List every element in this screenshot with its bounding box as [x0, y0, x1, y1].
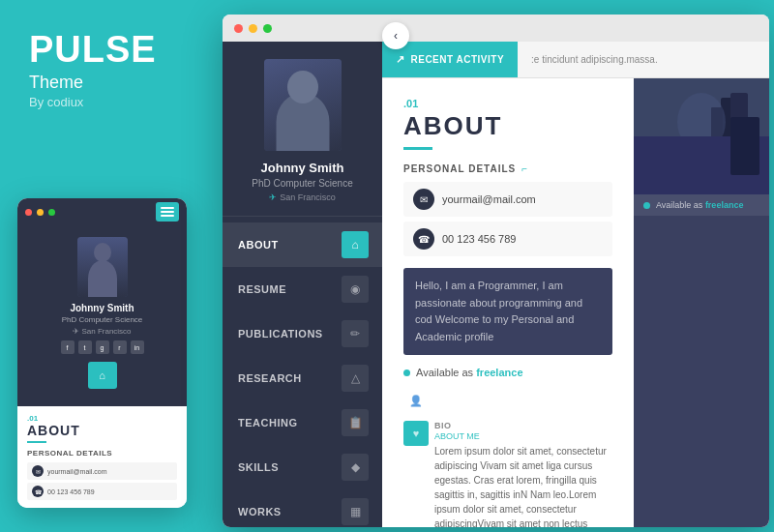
mobile-avatar-img — [77, 237, 128, 297]
mobile-home-btn[interactable]: ⌂ — [88, 362, 117, 389]
avatar-image — [264, 59, 342, 151]
nav-label-research: RESEARCH — [238, 372, 302, 384]
email-icon: ✉ — [413, 189, 434, 210]
sidebar: Johnny Smith PhD Computer Science ✈ San … — [223, 42, 382, 527]
content-area: .01 ABOUT PERSONAL DETAILS ⌐ ✉ yourmail@… — [382, 78, 769, 527]
branding: PULSE Theme By codiux — [29, 29, 157, 109]
freelance-green-dot — [643, 202, 650, 209]
nav-icon-teaching: 📋 — [342, 409, 369, 436]
mobile-email-icon: ✉ — [32, 465, 44, 477]
mobile-profile-name: Johnny Smith — [70, 303, 134, 313]
mobile-email-row: ✉ yourmail@mail.com — [27, 462, 177, 480]
sidebar-nav: ABOUT ⌂ RESUME ◉ PUBLICATIONS ✏ RESEARCH… — [223, 217, 382, 527]
mobile-mockup: Johnny Smith PhD Computer Science ✈ San … — [17, 198, 187, 508]
mobile-section-num: .01 — [27, 414, 177, 423]
desk-illustration — [634, 78, 769, 194]
personal-details-label: PERSONAL DETAILS ⌐ — [403, 163, 612, 174]
recent-activity-label: RECENT ACTIVITY — [411, 54, 505, 65]
content-main-panel: .01 ABOUT PERSONAL DETAILS ⌐ ✉ yourmail@… — [382, 78, 634, 527]
desktop-dot-red — [234, 24, 243, 33]
sidebar-profile: Johnny Smith PhD Computer Science ✈ San … — [223, 42, 382, 217]
sidebar-avatar — [264, 59, 342, 151]
bio-section: 👤 ♥ BIO ABOUT ME Lorem ipsum dolor sit a… — [403, 388, 612, 527]
bio-teal-icon1: ♥ — [403, 421, 429, 446]
svg-point-5 — [677, 93, 726, 151]
mobile-profile-title: PhD Computer Science — [62, 315, 143, 324]
nav-icon-skills: ◆ — [342, 454, 369, 481]
mobile-dot-yellow — [37, 209, 44, 216]
freelance-value: freelance — [476, 367, 522, 378]
phone-value: 00 123 456 789 — [442, 233, 516, 245]
mobile-social-links: f t g r in — [61, 340, 144, 354]
nav-label-resume: RESUME — [238, 283, 286, 295]
nav-label-publications: PUBLICATIONS — [238, 328, 323, 340]
phone-detail-row: ☎ 00 123 456 789 — [403, 222, 612, 256]
nav-icon-research: △ — [342, 365, 369, 392]
nav-label-teaching: TEACHING — [238, 417, 297, 429]
nav-item-resume[interactable]: RESUME ◉ — [223, 267, 382, 311]
location-icon: ✈ — [73, 327, 79, 336]
mobile-social-tw[interactable]: t — [78, 340, 92, 354]
section-number: .01 — [403, 98, 612, 109]
mobile-social-in[interactable]: in — [131, 340, 144, 354]
bio-para1: Lorem ipsum dolor sit amet, consectetur … — [434, 444, 612, 527]
freelance-badge-text: Available as freelance — [656, 200, 743, 210]
nav-item-research[interactable]: RESEARCH △ — [223, 356, 382, 400]
mobile-profile-section: Johnny Smith PhD Computer Science ✈ San … — [17, 225, 187, 406]
sidebar-profile-title: PhD Computer Science — [252, 178, 353, 189]
mobile-menu-icon — [161, 207, 174, 217]
bio-sublabel: ABOUT ME — [434, 431, 612, 441]
home-icon: ⌂ — [99, 369, 105, 381]
mobile-email-value: yourmail@mail.com — [47, 468, 107, 475]
mobile-avatar — [77, 237, 128, 297]
mobile-content: .01 ABOUT PERSONAL DETAILS ✉ yourmail@ma… — [17, 406, 187, 508]
mobile-teal-btn[interactable] — [156, 202, 179, 222]
pd-bracket: ⌐ — [521, 163, 528, 174]
bio-icon-row: 👤 — [403, 388, 612, 413]
brand-subtitle: Theme — [29, 73, 157, 93]
svg-rect-1 — [634, 146, 769, 194]
email-detail-row: ✉ yourmail@mail.com — [403, 182, 612, 217]
mobile-phone-row: ☎ 00 123 456 789 — [27, 483, 177, 500]
desktop-top-bar — [223, 15, 769, 42]
mobile-divider — [27, 441, 46, 443]
nav-item-publications[interactable]: PUBLICATIONS ✏ — [223, 311, 382, 356]
available-dot — [403, 369, 410, 376]
mobile-top-bar — [17, 198, 187, 225]
mobile-dot-red — [25, 209, 32, 216]
freelance-label: Available as freelance — [416, 367, 523, 378]
nav-label-about: ABOUT — [238, 239, 279, 251]
nav-icon-about: ⌂ — [342, 231, 369, 258]
freelance-available: Available as freelance — [403, 367, 612, 378]
mobile-social-g[interactable]: g — [96, 340, 109, 354]
mobile-social-fb[interactable]: f — [61, 340, 74, 354]
sidebar-location-icon: ✈ — [269, 192, 277, 202]
nav-item-skills[interactable]: SKILLS ◆ — [223, 445, 382, 489]
bio-aboutme-row: ♥ BIO ABOUT ME Lorem ipsum dolor sit ame… — [403, 421, 612, 527]
content-topbar: ↗ RECENT ACTIVITY :e tincidunt adipiscin… — [382, 42, 769, 78]
bio-label: BIO — [434, 421, 612, 430]
desktop-dot-green — [263, 24, 272, 33]
freelance-badge: Available as freelance — [634, 194, 769, 216]
bio-text-block1: BIO ABOUT ME Lorem ipsum dolor sit amet,… — [434, 421, 612, 527]
main-content: ‹ ↗ RECENT ACTIVITY :e tincidunt adipisc… — [382, 42, 769, 527]
mobile-profile-location: ✈ San Francisco — [73, 327, 131, 336]
desktop-dot-yellow — [249, 24, 257, 33]
sidebar-profile-name: Johnny Smith — [261, 161, 344, 175]
nav-label-works: WORKS — [238, 506, 282, 517]
recent-activity-preview: :e tincidunt adipiscing.massa. — [518, 54, 671, 65]
sidebar-profile-location: ✈ San Francisco — [269, 192, 336, 202]
nav-label-skills: SKILLS — [238, 461, 279, 473]
content-right-panel: Available as freelance — [634, 78, 769, 527]
mobile-dot-green — [48, 209, 55, 216]
section-heading: ABOUT — [403, 111, 612, 141]
nav-item-teaching[interactable]: TEACHING 📋 — [223, 400, 382, 445]
mobile-section-title: ABOUT — [27, 423, 177, 438]
nav-item-about[interactable]: ABOUT ⌂ — [223, 222, 382, 267]
mobile-social-r[interactable]: r — [113, 340, 127, 354]
mobile-phone-value: 00 123 456 789 — [47, 488, 95, 495]
phone-icon: ☎ — [413, 228, 434, 250]
nav-item-works[interactable]: WORKS ▦ — [223, 489, 382, 527]
brand-title: PULSE — [29, 29, 157, 71]
nav-icon-publications: ✏ — [342, 320, 369, 347]
